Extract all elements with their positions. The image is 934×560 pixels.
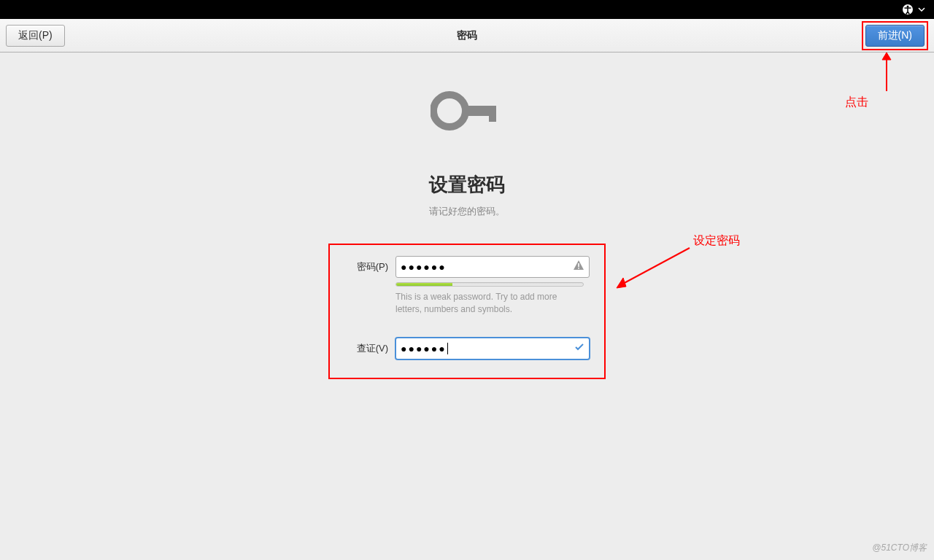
watermark: @51CTO博客 (872, 542, 927, 554)
arrow-to-next (872, 51, 901, 95)
svg-point-2 (433, 95, 466, 127)
warning-icon (573, 260, 584, 274)
annotation-click: 点击 (845, 95, 868, 110)
chevron-down-icon[interactable] (918, 6, 925, 13)
back-button[interactable]: 返回(P) (6, 25, 65, 47)
password-label: 密码(P) (344, 260, 388, 273)
password-form-highlight: 密码(P) ●●●●●● This is a weak password. Tr… (328, 244, 606, 379)
page-subtitle: 请记好您的密码。 (429, 205, 505, 218)
key-icon (431, 89, 503, 136)
svg-rect-5 (578, 263, 579, 267)
confirm-input[interactable]: ●●●●●● (395, 338, 590, 359)
next-button-highlight: 前进(N) (862, 21, 928, 50)
header-bar: 返回(P) 密码 前进(N) (0, 19, 934, 52)
confirm-value: ●●●●●● (401, 343, 447, 354)
annotation-set-password: 设定密码 (693, 233, 740, 249)
password-row: 密码(P) ●●●●●● (344, 256, 590, 278)
password-strength-fill (396, 283, 452, 286)
svg-rect-6 (578, 268, 579, 269)
next-button[interactable]: 前进(N) (865, 25, 925, 47)
content-area: 设置密码 请记好您的密码。 密码(P) ●●●●●● This is a wea… (0, 52, 934, 379)
password-input[interactable]: ●●●●●● (395, 256, 590, 278)
svg-line-8 (622, 248, 690, 284)
confirm-label: 查证(V) (344, 342, 388, 355)
header-title: 密码 (457, 29, 477, 42)
password-hint: This is a weak password. Try to add more… (395, 291, 585, 316)
password-strength-bar (395, 282, 584, 287)
password-value: ●●●●●● (401, 261, 447, 273)
check-icon (574, 342, 584, 355)
text-cursor (447, 343, 448, 354)
confirm-row: 查证(V) ●●●●●● (344, 338, 590, 359)
svg-rect-4 (489, 106, 496, 122)
arrow-to-form (613, 244, 693, 295)
page-heading: 设置密码 (429, 172, 505, 198)
accessibility-icon[interactable] (902, 4, 914, 15)
svg-point-1 (907, 6, 909, 8)
system-topbar (0, 0, 934, 19)
